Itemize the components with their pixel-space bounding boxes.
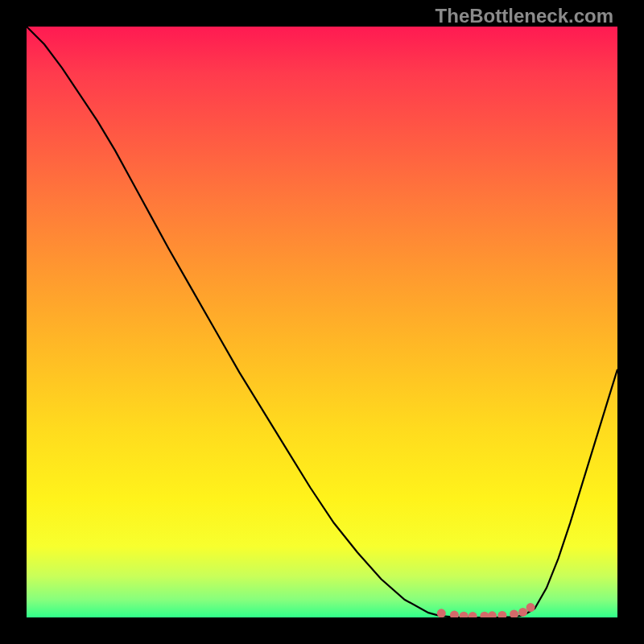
chart-frame: TheBottleneck.com [0,0,644,644]
curve-marker [480,612,489,617]
curve-marker [437,609,446,617]
curve-marker [450,611,459,617]
curve-marker [510,609,518,617]
plot-area [27,27,617,617]
bottleneck-curve [27,27,617,617]
curve-marker [497,611,506,617]
curve-marker [488,611,497,617]
curve-marker [526,603,535,612]
attribution-label: TheBottleneck.com [436,5,613,27]
chart-svg [27,27,617,617]
curve-marker [460,612,469,617]
marker-group [437,603,535,617]
curve-marker [518,608,527,617]
curve-marker [469,612,477,617]
